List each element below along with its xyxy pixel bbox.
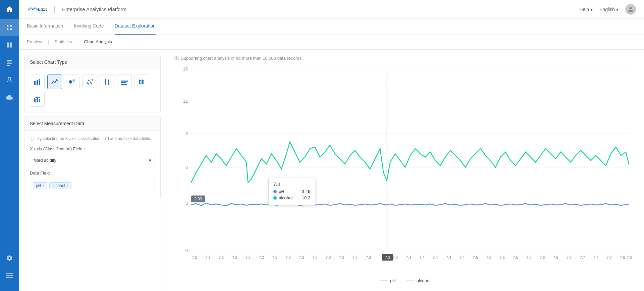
svg-text:3: 3 (185, 201, 188, 206)
x-axis-select[interactable]: fixed acidity ▾ (30, 155, 155, 166)
svg-text:12: 12 (183, 99, 187, 104)
data-field-label: Data Field： (30, 170, 155, 176)
x-axis-label: X-axis (Classification) Field： (30, 146, 155, 152)
svg-point-26 (72, 79, 75, 82)
svg-text:7.7: 7.7 (593, 255, 598, 259)
svg-text:7.3: 7.3 (366, 255, 371, 259)
info-icon: ⓘ (30, 136, 34, 142)
sidebar-item-dashboard[interactable] (0, 36, 19, 54)
measurement-section: Select Measurement Data ⓘ Try selecting … (24, 116, 161, 198)
chart-type-bar-simple[interactable] (117, 75, 132, 89)
svg-text:OS: OS (43, 7, 47, 11)
svg-text:7.2: 7.2 (192, 255, 197, 259)
svg-rect-40 (121, 82, 126, 83)
chart-svg: 15 12 9 6 3 0 (174, 64, 636, 274)
header-right: Help ▾ English ▾ (579, 4, 636, 15)
chart-type-scatter[interactable] (82, 75, 97, 89)
sidebar-item-reports[interactable] (0, 54, 19, 71)
chart-wrapper: 15 12 9 6 3 0 (174, 64, 636, 274)
svg-text:7.3: 7.3 (272, 255, 277, 259)
svg-text:7.3: 7.3 (299, 255, 304, 259)
legend-alcohol: alcohol (407, 278, 430, 283)
main-area: En OS | Enterprise Analytics Platform He… (19, 0, 644, 291)
ph-tag-close[interactable]: × (42, 184, 44, 187)
svg-rect-22 (34, 81, 36, 85)
chart-type-bar-line[interactable] (30, 92, 45, 107)
svg-text:7.4: 7.4 (419, 255, 424, 259)
sidebar-home[interactable] (0, 0, 19, 19)
tab-dataset-exploration[interactable]: Dataset Exploration (115, 19, 156, 35)
svg-rect-12 (6, 273, 13, 274)
svg-point-15 (28, 8, 30, 10)
logo-area: En OS | Enterprise Analytics Platform (27, 5, 126, 14)
svg-text:7.5: 7.5 (526, 255, 531, 259)
chart-legend: pH alcohol (174, 278, 636, 283)
svg-point-30 (92, 79, 93, 81)
tab-basic-info[interactable]: Basic Information (27, 19, 63, 35)
alcohol-tag-close[interactable]: × (66, 184, 68, 187)
svg-text:7.5: 7.5 (473, 255, 478, 259)
svg-rect-14 (6, 277, 13, 278)
help-button[interactable]: Help ▾ (579, 7, 593, 12)
chart-type-candle[interactable] (100, 75, 114, 89)
top-header: En OS | Enterprise Analytics Platform He… (19, 0, 644, 19)
sub-nav-chart-analysis[interactable]: Chart Analysis (79, 35, 117, 50)
sidebar-item-settings[interactable] (0, 249, 19, 267)
svg-text:7.3: 7.3 (385, 255, 390, 259)
svg-text:7.4: 7.4 (446, 255, 451, 259)
svg-text:7.5: 7.5 (500, 255, 505, 259)
svg-text:6: 6 (185, 165, 188, 170)
svg-point-29 (90, 82, 91, 83)
alcohol-tag[interactable]: alcohol × (49, 182, 71, 189)
svg-text:7.3: 7.3 (339, 255, 344, 259)
content-area: Basic Information Invoking Code Dataset … (19, 19, 644, 291)
app-title: Enterprise Analytics Platform (62, 6, 126, 12)
measurement-body: ⓘ Try selecting an X-axis classification… (24, 131, 160, 198)
svg-point-48 (142, 83, 143, 84)
svg-rect-10 (7, 63, 12, 64)
svg-text:7.2: 7.2 (205, 255, 210, 259)
svg-point-31 (88, 83, 89, 85)
chart-type-scatter-filled[interactable] (65, 75, 79, 89)
svg-text:7.5: 7.5 (486, 255, 491, 259)
svg-rect-4 (7, 43, 9, 45)
sub-nav: Preview | Statistics | Chart Analysis (19, 35, 644, 50)
svg-rect-41 (121, 84, 127, 85)
svg-point-3 (10, 29, 12, 30)
legend-ph-line (380, 281, 388, 281)
svg-point-32 (91, 83, 92, 84)
ph-tag[interactable]: pH × (33, 182, 47, 189)
svg-text:7.2: 7.2 (246, 255, 251, 259)
chart-type-indicator[interactable] (135, 75, 149, 89)
sidebar-item-menu[interactable] (0, 267, 19, 284)
tab-invoking-code[interactable]: Invoking Code (74, 19, 104, 35)
legend-ph: pH (380, 278, 396, 283)
sub-nav-statistics[interactable]: Statistics (49, 35, 77, 50)
svg-rect-39 (121, 81, 128, 82)
svg-rect-36 (108, 81, 109, 84)
chart-type-line[interactable] (47, 75, 62, 89)
chart-type-body (24, 69, 160, 112)
svg-text:7.2: 7.2 (259, 255, 264, 259)
svg-text:7.8: 7.8 (627, 255, 632, 259)
main-content: Select Chart Type (19, 50, 644, 291)
svg-point-0 (7, 25, 9, 27)
sub-nav-preview[interactable]: Preview (27, 35, 48, 50)
data-field-tags[interactable]: pH × alcohol × (30, 179, 155, 192)
measurement-info: ⓘ Try selecting an X-axis classification… (30, 136, 155, 142)
sidebar-item-analytics[interactable] (0, 19, 19, 36)
svg-text:7.2: 7.2 (219, 255, 224, 259)
logo-svg: En OS (27, 5, 47, 14)
avatar[interactable] (625, 4, 636, 15)
language-button[interactable]: English ▾ (599, 7, 619, 12)
svg-rect-51 (39, 99, 40, 102)
svg-point-27 (87, 82, 88, 84)
svg-text:9: 9 (185, 131, 188, 136)
sidebar-item-cloud[interactable] (0, 89, 19, 106)
svg-rect-24 (39, 79, 40, 85)
chart-type-section: Select Chart Type (24, 55, 161, 112)
chart-type-bar[interactable] (30, 75, 45, 89)
svg-text:7.4: 7.4 (460, 255, 465, 259)
sidebar-item-lab[interactable] (0, 71, 19, 89)
svg-rect-11 (7, 65, 10, 66)
